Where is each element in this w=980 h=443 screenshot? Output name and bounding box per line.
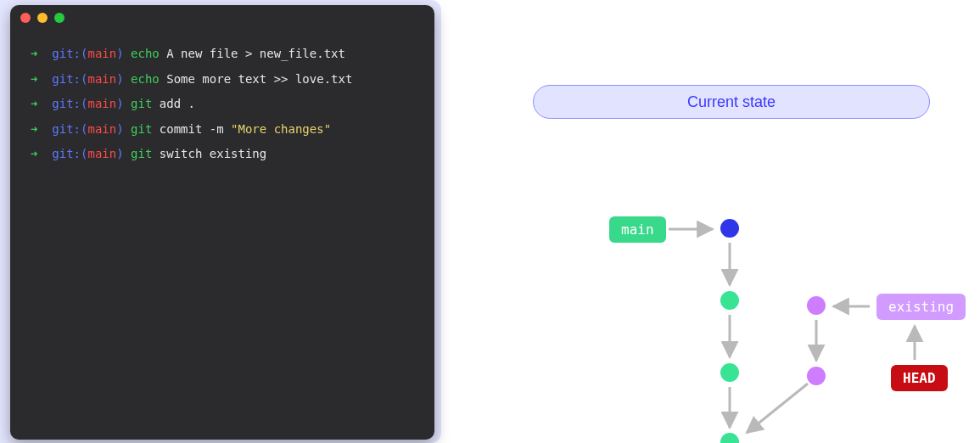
prompt-arrow-icon: ➜ (31, 47, 37, 60)
command-string: "More changes" (231, 122, 331, 136)
window-titlebar (10, 5, 434, 31)
prompt-git: git: (52, 47, 81, 60)
terminal-body: ➜ git:(main) echo A new file > new_file.… (10, 31, 434, 187)
command-name: git (131, 122, 152, 136)
prompt-branch: main (87, 147, 116, 160)
commit-node (720, 363, 739, 382)
terminal-line: ➜ git:(main) echo Some more text >> love… (31, 71, 414, 88)
terminal-window: ➜ git:(main) echo A new file > new_file.… (10, 5, 434, 440)
prompt-branch: main (87, 122, 116, 136)
prompt-branch: main (87, 47, 116, 60)
prompt-arrow-icon: ➜ (31, 72, 37, 86)
ref-label-existing: existing (876, 294, 966, 320)
prompt-git: git: (52, 147, 81, 160)
command-name: git (131, 97, 152, 110)
prompt-paren-close: ) (116, 122, 123, 136)
arrow-icon (747, 384, 808, 433)
prompt-branch: main (87, 97, 116, 110)
terminal-line: ➜ git:(main) git commit -m "More changes… (31, 121, 414, 138)
commit-node (807, 367, 826, 385)
prompt-git: git: (52, 122, 81, 136)
terminal-line: ➜ git:(main) git add . (31, 96, 414, 113)
prompt-arrow-icon: ➜ (31, 122, 37, 136)
command-name: git (131, 147, 152, 160)
prompt-branch: main (87, 72, 116, 86)
prompt-git: git: (52, 97, 81, 110)
window-close-icon[interactable] (20, 13, 31, 23)
prompt-paren-close: ) (116, 47, 123, 60)
prompt-git: git: (52, 72, 81, 86)
commit-node (720, 433, 739, 443)
command-rest: add . (160, 97, 195, 110)
prompt-arrow-icon: ➜ (31, 97, 37, 110)
window-minimize-icon[interactable] (37, 13, 48, 23)
ref-label-main: main (609, 216, 666, 243)
command-rest: A new file > new_file.txt (166, 47, 345, 60)
commit-node (720, 219, 739, 238)
command-rest: Some more text >> love.txt (166, 72, 352, 86)
command-rest: switch existing (160, 147, 266, 160)
git-graph-diagram: main existing HEAD (475, 0, 980, 443)
command-rest: commit -m (160, 122, 231, 136)
prompt-paren-close: ) (116, 147, 123, 160)
commit-node (720, 291, 739, 310)
terminal-line: ➜ git:(main) git switch existing (31, 146, 414, 163)
ref-label-head: HEAD (891, 365, 948, 391)
command-name: echo (131, 47, 160, 60)
command-name: echo (131, 72, 160, 86)
prompt-paren-close: ) (116, 97, 123, 110)
terminal-line: ➜ git:(main) echo A new file > new_file.… (31, 46, 414, 63)
prompt-paren-close: ) (116, 72, 123, 86)
prompt-arrow-icon: ➜ (31, 147, 37, 160)
window-zoom-icon[interactable] (54, 13, 64, 23)
commit-node (807, 296, 826, 315)
